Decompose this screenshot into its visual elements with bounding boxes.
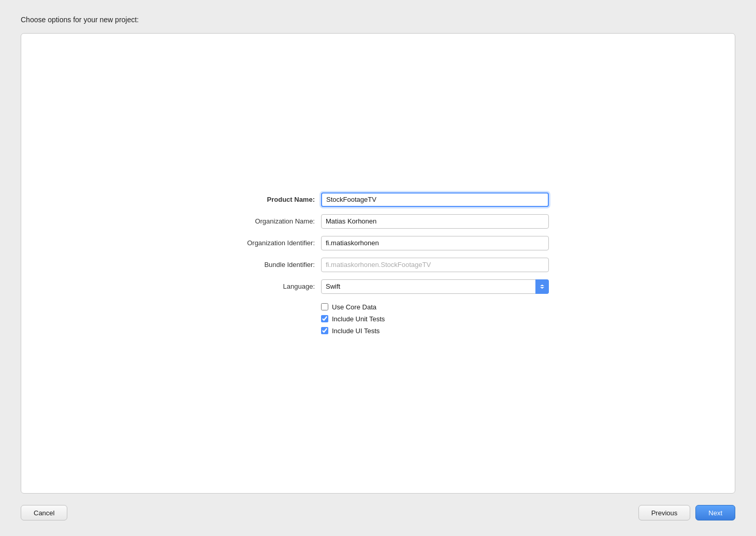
cancel-button[interactable]: Cancel bbox=[21, 505, 67, 520]
next-button[interactable]: Next bbox=[695, 505, 735, 520]
checkboxes-area: Use Core Data Include Unit Tests Include… bbox=[321, 303, 549, 335]
include-unit-tests-label: Include Unit Tests bbox=[332, 315, 385, 323]
page-title: Choose options for your new project: bbox=[21, 16, 735, 24]
org-name-row: Organization Name: bbox=[207, 214, 549, 229]
previous-button[interactable]: Previous bbox=[638, 505, 691, 520]
org-name-label: Organization Name: bbox=[207, 217, 321, 225]
product-name-label: Product Name: bbox=[207, 196, 321, 203]
use-core-data-row: Use Core Data bbox=[321, 303, 549, 311]
bundle-identifier-label: Bundle Identifier: bbox=[207, 261, 321, 269]
include-ui-tests-checkbox[interactable] bbox=[321, 327, 328, 334]
language-row: Language: Swift Objective-C bbox=[207, 279, 549, 294]
product-name-row: Product Name: bbox=[207, 192, 549, 207]
form-area: Product Name: Organization Name: Organiz… bbox=[207, 192, 549, 335]
include-ui-tests-row: Include UI Tests bbox=[321, 327, 549, 335]
include-unit-tests-checkbox[interactable] bbox=[321, 315, 328, 322]
include-unit-tests-row: Include Unit Tests bbox=[321, 315, 549, 323]
org-identifier-label: Organization Identifier: bbox=[207, 239, 321, 247]
org-identifier-input[interactable] bbox=[321, 236, 549, 250]
language-label: Language: bbox=[207, 282, 321, 290]
use-core-data-label: Use Core Data bbox=[332, 303, 376, 311]
use-core-data-checkbox[interactable] bbox=[321, 303, 328, 310]
footer-right: Previous Next bbox=[638, 505, 735, 520]
product-name-input[interactable] bbox=[321, 192, 549, 207]
main-panel: Product Name: Organization Name: Organiz… bbox=[21, 33, 735, 494]
bundle-identifier-input bbox=[321, 258, 549, 272]
include-ui-tests-label: Include UI Tests bbox=[332, 327, 380, 335]
org-identifier-row: Organization Identifier: bbox=[207, 236, 549, 250]
language-select-wrapper: Swift Objective-C bbox=[321, 279, 549, 294]
bundle-identifier-row: Bundle Identifier: bbox=[207, 258, 549, 272]
org-name-input[interactable] bbox=[321, 214, 549, 229]
footer: Cancel Previous Next bbox=[21, 505, 735, 520]
language-select[interactable]: Swift Objective-C bbox=[321, 279, 549, 294]
